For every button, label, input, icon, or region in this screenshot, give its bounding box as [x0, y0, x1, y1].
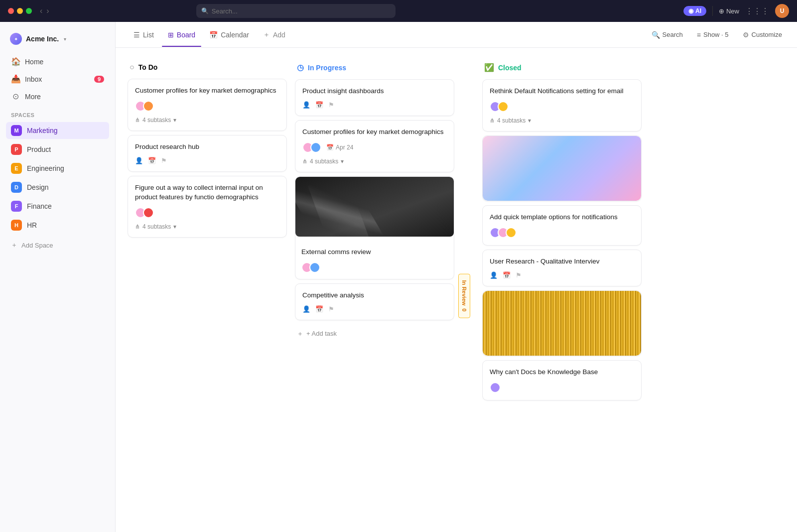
card12-image	[483, 291, 641, 356]
sidebar-home-label: Home	[25, 58, 43, 66]
card-competitive-analysis[interactable]: Competitive analysis 👤 📅 ⚑	[295, 283, 454, 320]
list-tab-label: List	[143, 31, 154, 39]
global-search-bar[interactable]: 🔍	[196, 4, 396, 18]
add-space-button[interactable]: ＋ Add Space	[6, 238, 109, 253]
sub-header: ☰ List ⊞ Board 📅 Calendar ＋ Add 🔍 Search	[116, 22, 797, 48]
inbox-icon: 📥	[11, 74, 20, 84]
column-todo: ○ To Do Customer profiles for key market…	[128, 60, 287, 532]
date-icon[interactable]: 📅	[503, 271, 511, 279]
closed-cards: Rethink Default Notifications setting fo…	[482, 79, 642, 532]
ai-label: AI	[695, 7, 701, 14]
assign-icon[interactable]: 👤	[302, 305, 310, 313]
tab-list[interactable]: ☰ List	[128, 28, 160, 42]
card5-row: 📅 Apr 24	[302, 142, 447, 153]
card5-subtasks[interactable]: ⋔ 4 subtasks ▾	[302, 158, 447, 165]
minimize-window-btn[interactable]	[17, 8, 23, 14]
card-figure-out[interactable]: Figure out a way to collect internal inp…	[128, 176, 287, 238]
assign-icon[interactable]: 👤	[490, 271, 498, 279]
maximize-window-btn[interactable]	[26, 8, 32, 14]
grid-icon[interactable]: ⋮⋮⋮	[745, 6, 769, 16]
main-content: ☰ List ⊞ Board 📅 Calendar ＋ Add 🔍 Search	[116, 22, 797, 532]
date-icon[interactable]: 📅	[315, 101, 323, 109]
calendar-icon: 📅	[209, 31, 218, 39]
workspace-name: Acme Inc.	[26, 35, 59, 43]
card2-title: Product research hub	[135, 142, 279, 152]
sidebar-item-more[interactable]: ⊙ More	[6, 89, 109, 104]
user-avatar[interactable]: U	[775, 4, 789, 18]
in-review-label: In Review	[461, 280, 467, 306]
show-action[interactable]: ≡ Show · 5	[694, 29, 732, 41]
ai-badge[interactable]: ◉ AI	[683, 6, 706, 16]
card-customer-profiles-todo[interactable]: Customer profiles for key market demogra…	[128, 79, 287, 131]
card1-avatars	[135, 101, 279, 112]
card-external-comms[interactable]: External comms review	[295, 176, 454, 279]
column-inprogress-header: ◷ In Progress	[295, 60, 454, 75]
card-pink-blue-image[interactable]	[482, 135, 642, 201]
todo-column-label: To Do	[138, 63, 158, 71]
global-search-input[interactable]	[212, 7, 391, 15]
customize-action[interactable]: ⚙ Customize	[740, 29, 785, 41]
tab-add[interactable]: ＋ Add	[257, 27, 291, 42]
subtask-icon: ⋔	[135, 117, 140, 124]
forward-button[interactable]: ›	[46, 6, 49, 15]
card1-subtasks-label: 4 subtasks	[142, 117, 171, 124]
tab-board[interactable]: ⊞ Board	[162, 28, 201, 42]
flag-icon[interactable]: ⚑	[161, 157, 167, 164]
sidebar-item-engineering[interactable]: E Engineering	[6, 160, 109, 177]
sidebar-item-hr[interactable]: H HR	[6, 217, 109, 234]
avatar	[143, 207, 154, 218]
hr-dot: H	[11, 220, 22, 231]
inprogress-status-icon: ◷	[297, 63, 304, 72]
flag-icon[interactable]: ⚑	[328, 305, 334, 313]
spaces-section-label: Spaces	[6, 106, 109, 120]
card-golden-image[interactable]	[482, 290, 642, 356]
date-icon[interactable]: 📅	[148, 157, 156, 164]
card-user-research[interactable]: User Research - Qualitative Interviev 👤 …	[482, 250, 642, 286]
sidebar-item-design[interactable]: D Design	[6, 179, 109, 196]
column-todo-header: ○ To Do	[128, 60, 287, 75]
add-task-button[interactable]: ＋ + Add task	[295, 324, 454, 343]
back-button[interactable]: ‹	[40, 6, 42, 15]
card8-subtasks-label: 4 subtasks	[497, 117, 526, 124]
engineering-label: Engineering	[27, 164, 64, 172]
topbar-right-area: ◉ AI ⊕ New ⋮⋮⋮ U	[683, 4, 789, 18]
list-icon: ☰	[133, 31, 140, 39]
card1-title: Customer profiles for key market demogra…	[135, 86, 279, 96]
window-controls	[8, 8, 32, 14]
card8-subtasks[interactable]: ⋔ 4 subtasks ▾	[490, 117, 634, 124]
column-closed: ✅ Closed Rethink Default Notifications s…	[482, 60, 642, 532]
assign-icon[interactable]: 👤	[302, 101, 310, 109]
in-review-tab[interactable]: In Review 0	[458, 274, 470, 318]
date-icon[interactable]: 📅	[315, 305, 323, 313]
card-quick-template[interactable]: Add quick template options for notificat…	[482, 205, 642, 246]
card-rethink-notifications[interactable]: Rethink Default Notifications setting fo…	[482, 79, 642, 132]
search-action[interactable]: 🔍 Search	[649, 29, 686, 41]
card-product-research[interactable]: Product research hub 👤 📅 ⚑	[128, 135, 287, 172]
product-dot: P	[11, 144, 22, 155]
new-button[interactable]: ⊕ New	[719, 7, 739, 15]
card4-title: Product insight dashboards	[302, 87, 447, 96]
card-docs-knowledge[interactable]: Why can't Docs be Knowledge Base	[482, 360, 642, 400]
customize-action-icon: ⚙	[743, 31, 749, 39]
card3-subtasks[interactable]: ⋔ 4 subtasks ▾	[135, 223, 279, 230]
card-product-insight[interactable]: Product insight dashboards 👤 📅 ⚑	[295, 79, 454, 116]
sidebar-item-home[interactable]: 🏠 Home	[6, 54, 109, 69]
sidebar-item-inbox[interactable]: 📥 Inbox 9	[6, 71, 109, 87]
workspace-logo: ✦	[10, 33, 22, 45]
assign-icon[interactable]: 👤	[135, 157, 143, 164]
header-actions: 🔍 Search ≡ Show · 5 ⚙ Customize	[649, 29, 785, 41]
more-icon: ⊙	[11, 92, 20, 101]
search-action-icon: 🔍	[652, 31, 660, 39]
subtask-icon: ⋔	[302, 158, 307, 165]
card3-title: Figure out a way to collect internal inp…	[135, 183, 279, 202]
flag-icon[interactable]: ⚑	[516, 271, 522, 279]
flag-icon[interactable]: ⚑	[328, 101, 334, 109]
close-window-btn[interactable]	[8, 8, 14, 14]
card1-subtasks[interactable]: ⋔ 4 subtasks ▾	[135, 117, 279, 124]
card-customer-profiles-inprogress[interactable]: Customer profiles for key market demogra…	[295, 120, 454, 172]
sidebar-item-product[interactable]: P Product	[6, 141, 109, 158]
workspace-header[interactable]: ✦ Acme Inc. ▾	[6, 30, 109, 48]
sidebar-item-marketing[interactable]: M Marketing	[6, 122, 109, 139]
tab-calendar[interactable]: 📅 Calendar	[203, 28, 255, 42]
sidebar-item-finance[interactable]: F Finance	[6, 198, 109, 215]
